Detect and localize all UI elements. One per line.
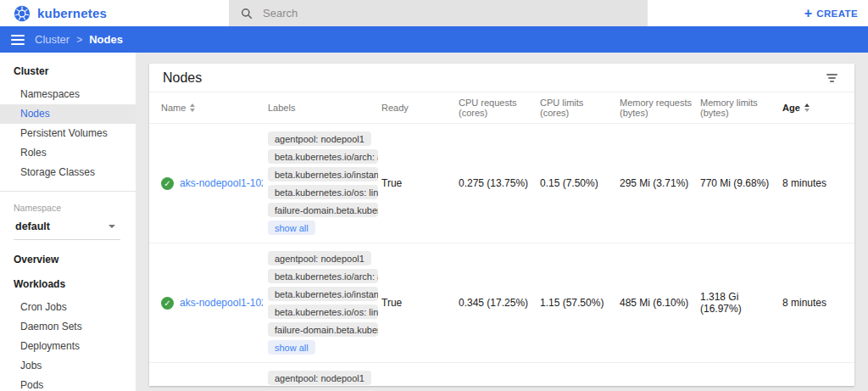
sidebar-item-namespaces[interactable]: Namespaces [0, 85, 136, 104]
label-chip: beta.kubernetes.io/arch: amd… [268, 269, 378, 283]
label-chip: failure-domain.beta.kubernet… [268, 322, 378, 337]
sidebar-item-cron-jobs[interactable]: Cron Jobs [0, 298, 136, 317]
label-chip: agentpool: nodepool1 [268, 251, 371, 265]
label-chip: beta.kubernetes.io/os: linux [268, 304, 378, 319]
sidebar-item-jobs[interactable]: Jobs [0, 356, 136, 376]
page-title: Nodes [163, 70, 202, 86]
sidebar-item-roles[interactable]: Roles [0, 143, 136, 163]
breadcrumb-current-page: Nodes [89, 33, 123, 46]
dropdown-arrow-icon [108, 225, 115, 228]
namespace-select[interactable]: default [14, 221, 120, 240]
sidebar-item-deployments[interactable]: Deployments [0, 337, 136, 356]
node-labels-cell: agentpool: nodepool1 beta.kubernetes.io/… [268, 243, 381, 362]
column-header-memory-limits: Memory limits (bytes) [700, 98, 782, 118]
kubernetes-logo-icon [14, 5, 31, 22]
label-chip: agentpool: nodepool1 [268, 371, 371, 385]
search-icon [241, 8, 253, 20]
cpu-limits-value: 0.15 (7.50%) [540, 177, 620, 189]
status-ok-check-icon: ✓ [161, 297, 174, 310]
menu-icon[interactable] [11, 35, 25, 45]
show-all-button[interactable]: show all [268, 340, 315, 355]
namespace-label: Namespace [14, 203, 122, 213]
memory-limits-value: 1.318 Gi (16.97%) [700, 291, 782, 315]
node-name-cell: ✓ aks-nodepool1-10230590-vm… [161, 177, 268, 190]
app-bar: kubernetes + CREATE [0, 0, 868, 26]
label-chip: beta.kubernetes.io/instance-t… [268, 287, 378, 301]
cpu-limits-value: 1.15 (57.50%) [540, 297, 620, 309]
cpu-requests-value: 0.345 (17.25%) [459, 297, 540, 309]
breadcrumb-bar: Cluster > Nodes [0, 26, 868, 53]
ready-value: True [381, 177, 459, 189]
label-chip: beta.kubernetes.io/instance-t… [268, 167, 378, 182]
node-name-link[interactable]: aks-nodepool1-10230590-vm… [180, 297, 263, 309]
breadcrumb-cluster[interactable]: Cluster [35, 33, 70, 46]
sidebar-item-persistent-volumes[interactable]: Persistent Volumes [0, 124, 136, 143]
sort-icon [190, 103, 195, 112]
sidebar-section-cluster[interactable]: Cluster [0, 53, 136, 85]
create-button[interactable]: + CREATE [804, 0, 858, 26]
chevron-right-icon: > [76, 34, 82, 46]
namespace-selected-value: default [15, 221, 50, 232]
table-header-row: Name Labels Ready CPU requests (cores) C… [149, 92, 854, 124]
label-chip: beta.kubernetes.io/os: linux [268, 185, 378, 199]
status-ok-check-icon: ✓ [161, 177, 174, 190]
app-title: kubernetes [37, 6, 107, 20]
table-row: ✓ aks-nodepool1-10230590-vm… agentpool: … [149, 124, 854, 243]
breadcrumb: Cluster > Nodes [35, 33, 123, 46]
sidebar-item-daemon-sets[interactable]: Daemon Sets [0, 317, 136, 337]
column-header-cpu-requests: CPU requests (cores) [459, 98, 540, 118]
nodes-card: Nodes Name Labels Ready CPU requests (co… [149, 64, 854, 386]
age-value: 8 minutes [782, 297, 854, 309]
sort-icon-active [804, 103, 810, 112]
app-logo: kubernetes [14, 0, 107, 26]
memory-limits-value: 770 Mi (9.68%) [700, 177, 782, 189]
show-all-button[interactable]: show all [268, 221, 315, 235]
sidebar-item-storage-classes[interactable]: Storage Classes [0, 163, 136, 182]
age-value: 8 minutes [782, 177, 854, 189]
node-labels-cell: agentpool: nodepool1 beta.kubernetes.io/… [268, 363, 381, 386]
column-header-name[interactable]: Name [161, 103, 268, 113]
column-header-age[interactable]: Age [782, 103, 854, 113]
node-name-link[interactable]: aks-nodepool1-10230590-vm… [180, 177, 263, 189]
node-labels-cell: agentpool: nodepool1 beta.kubernetes.io/… [268, 124, 381, 243]
card-header: Nodes [149, 64, 854, 92]
sidebar: Cluster Namespaces Nodes Persistent Volu… [0, 53, 136, 391]
sidebar-section-workloads[interactable]: Workloads [0, 273, 136, 298]
table-row: ✓ aks-nodepool1-10230590-vm… agentpool: … [149, 363, 854, 386]
sidebar-item-nodes[interactable]: Nodes [0, 104, 136, 124]
search-bar [229, 0, 648, 26]
namespace-section: Namespace default [0, 192, 136, 240]
column-header-cpu-limits: CPU limits (cores) [540, 98, 620, 118]
node-name-cell: ✓ aks-nodepool1-10230590-vm… [161, 297, 268, 310]
memory-requests-value: 295 Mi (3.71%) [620, 177, 700, 189]
plus-icon: + [804, 7, 812, 20]
cpu-requests-value: 0.275 (13.75%) [459, 177, 540, 189]
sidebar-item-pods[interactable]: Pods [0, 376, 136, 391]
label-chip: beta.kubernetes.io/arch: amd… [268, 149, 378, 164]
column-header-ready: Ready [381, 103, 459, 113]
column-header-memory-requests: Memory requests (bytes) [620, 98, 700, 118]
table-row: ✓ aks-nodepool1-10230590-vm… agentpool: … [149, 243, 854, 363]
label-chip: failure-domain.beta.kubernet… [268, 203, 378, 217]
ready-value: True [381, 297, 459, 309]
column-header-labels: Labels [268, 103, 381, 113]
label-chip: agentpool: nodepool1 [268, 131, 371, 146]
sidebar-item-overview[interactable]: Overview [0, 240, 136, 273]
filter-icon[interactable] [823, 70, 841, 86]
search-input[interactable] [263, 7, 585, 20]
memory-requests-value: 485 Mi (6.10%) [620, 297, 700, 309]
